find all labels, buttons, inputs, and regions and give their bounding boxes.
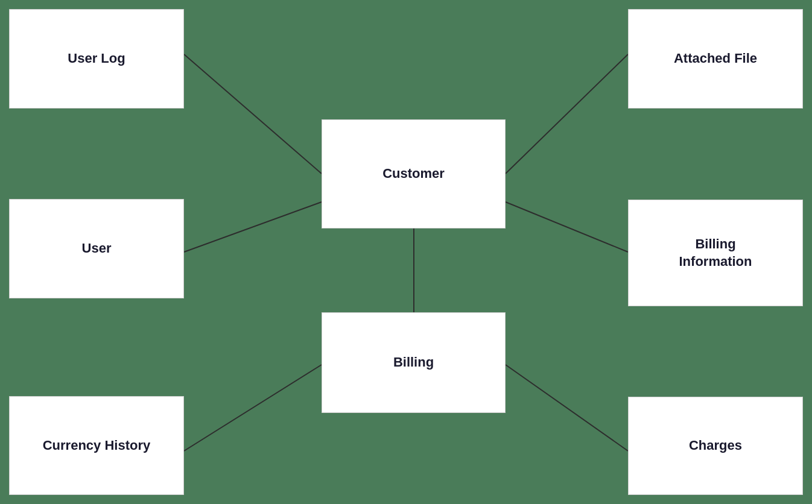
charges-node[interactable]: Charges xyxy=(628,397,803,495)
user-node[interactable]: User xyxy=(9,199,184,298)
charges-label: Charges xyxy=(683,431,748,461)
user-log-node[interactable]: User Log xyxy=(9,9,184,109)
svg-line-2 xyxy=(184,202,322,252)
svg-line-3 xyxy=(506,202,628,252)
user-log-label: User Log xyxy=(62,44,131,74)
currency-history-label: Currency History xyxy=(37,431,157,461)
billing-information-label: Billing Information xyxy=(673,230,758,276)
billing-node[interactable]: Billing xyxy=(322,312,506,413)
svg-line-6 xyxy=(506,365,628,451)
user-label: User xyxy=(76,234,118,263)
svg-line-0 xyxy=(184,54,322,174)
attached-file-node[interactable]: Attached File xyxy=(628,9,803,109)
attached-file-label: Attached File xyxy=(668,44,763,74)
customer-node[interactable]: Customer xyxy=(322,119,506,228)
svg-line-1 xyxy=(506,54,628,174)
billing-label: Billing xyxy=(387,348,440,377)
billing-information-node[interactable]: Billing Information xyxy=(628,200,803,306)
currency-history-node[interactable]: Currency History xyxy=(9,396,184,495)
diagram-container: User Log Attached File Customer User Bil… xyxy=(0,0,812,504)
customer-label: Customer xyxy=(376,159,451,189)
svg-line-5 xyxy=(184,365,322,451)
